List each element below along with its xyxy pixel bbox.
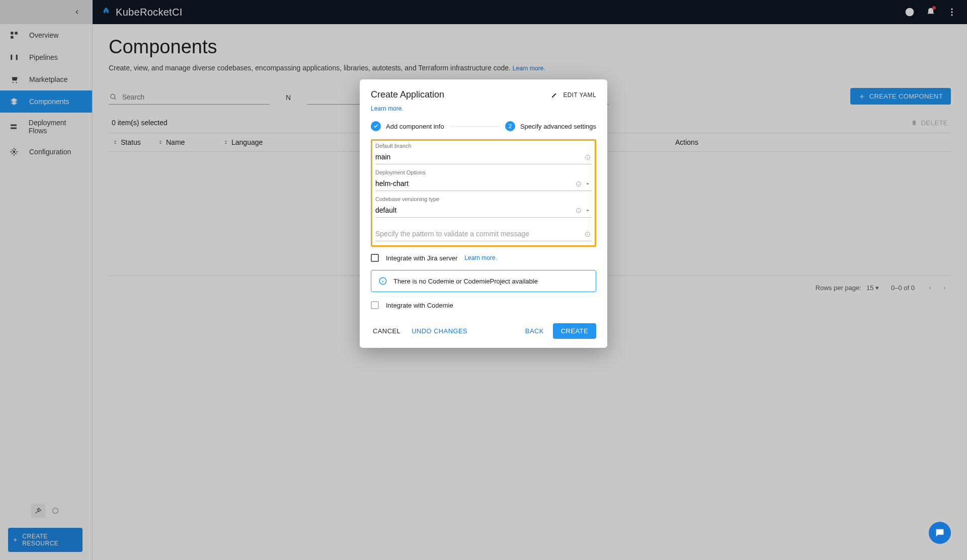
stepper: Add component info 2 Specify advanced se…	[371, 121, 596, 131]
info-icon[interactable]	[576, 208, 582, 214]
step-connector	[449, 126, 500, 127]
step-number-icon: 2	[505, 121, 515, 131]
chevron-down-icon[interactable]	[585, 208, 591, 214]
back-button[interactable]: BACK	[523, 324, 546, 338]
step-1[interactable]: Add component info	[371, 121, 444, 131]
codemie-checkbox-row: Integrate with Codemie	[371, 301, 596, 309]
deployment-options-field: Deployment Options	[375, 169, 592, 191]
chevron-down-icon[interactable]	[585, 181, 591, 187]
edit-yaml-button[interactable]: EDIT YAML	[551, 91, 596, 99]
pencil-icon	[551, 91, 558, 99]
info-icon	[378, 276, 387, 286]
commit-pattern-field	[375, 227, 592, 241]
check-circle-icon	[371, 121, 381, 131]
dialog-title: Create Application	[371, 89, 444, 100]
commit-pattern-input[interactable]	[375, 227, 592, 241]
create-application-dialog: Create Application EDIT YAML Learn more.…	[360, 79, 607, 348]
create-button[interactable]: CREATE	[553, 323, 596, 339]
jira-checkbox[interactable]	[371, 254, 379, 262]
cancel-button[interactable]: CANCEL	[371, 324, 402, 338]
undo-changes-button[interactable]: UNDO CHANGES	[410, 324, 469, 338]
jira-learn-more-link[interactable]: Learn more.	[464, 254, 497, 261]
versioning-type-select[interactable]	[375, 203, 592, 218]
field-label: Default branch	[375, 143, 592, 149]
field-label: Deployment Options	[375, 169, 592, 175]
codemie-label: Integrate with Codemie	[386, 302, 453, 309]
versioning-type-field: Codebase versioning type	[375, 196, 592, 218]
chat-icon	[934, 527, 945, 538]
dialog-learn-more-link[interactable]: Learn more.	[371, 105, 404, 112]
codemie-checkbox	[371, 301, 379, 309]
info-icon[interactable]	[585, 231, 591, 237]
jira-checkbox-row: Integrate with Jira server Learn more.	[371, 254, 596, 262]
chat-fab[interactable]	[929, 522, 951, 544]
codemie-alert: There is no Codemie or CodemieProject av…	[371, 270, 596, 292]
dialog-actions: CANCEL UNDO CHANGES BACK CREATE	[371, 323, 596, 339]
advanced-settings-highlight: Default branch Deployment Options Codeba…	[371, 139, 596, 247]
field-label: Codebase versioning type	[375, 196, 592, 202]
step-2: 2 Specify advanced settings	[505, 121, 596, 131]
default-branch-field: Default branch	[375, 143, 592, 164]
deployment-options-select[interactable]	[375, 176, 592, 191]
default-branch-input[interactable]	[375, 150, 592, 164]
jira-label: Integrate with Jira server	[386, 254, 457, 262]
info-icon[interactable]	[576, 181, 582, 187]
info-icon[interactable]	[585, 154, 591, 160]
